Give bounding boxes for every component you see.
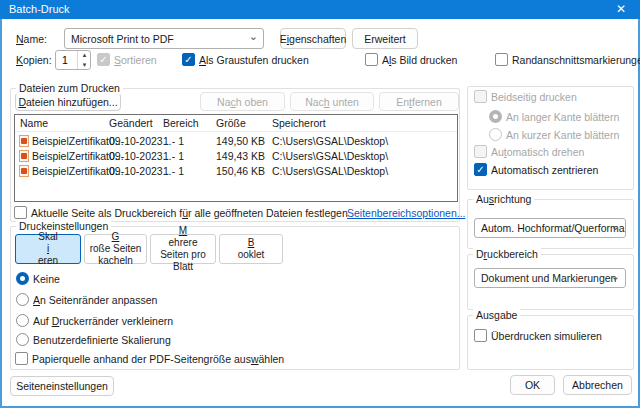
close-icon[interactable]: ✕ (616, 2, 626, 16)
flip-long-edge-radio (489, 110, 502, 123)
pdf-file-icon (19, 165, 29, 177)
check-icon: ✓ (98, 54, 109, 65)
grayscale-checkbox[interactable]: ✓ (182, 53, 195, 66)
orientation-select-value: Autom. Hochformat/Querforma (481, 222, 625, 234)
orientation-group-title: Ausrichtung (473, 193, 534, 205)
chevron-down-icon: ⌄ (611, 220, 620, 233)
file-row[interactable]: BeispielZertifikat0... 09-10-2023... 1 -… (15, 134, 457, 149)
orientation-select[interactable]: Autom. Hochformat/Querforma ⌄ (474, 218, 626, 238)
batch-print-dialog: Batch-Druck ✕ Name: Microsoft Print to P… (0, 0, 640, 408)
flip-short-edge-radio-label: An kurzer Kante blättern (506, 129, 619, 141)
tab-label: Große Seiten kacheln (85, 231, 146, 267)
paper-source-checkbox-label: Papierquelle anhand der PDF-Seitengröße … (32, 353, 284, 365)
scale-none-radio[interactable] (16, 272, 29, 285)
window-title: Batch-Druck (9, 3, 70, 15)
scale-shrink-radio[interactable] (16, 314, 29, 327)
copies-value[interactable]: 1 (62, 54, 68, 66)
scale-custom-radio[interactable] (16, 333, 29, 346)
column-header-range[interactable]: Bereich (163, 117, 199, 129)
collate-checkbox-label: Sortieren (114, 54, 157, 66)
file-size: 150,46 KB (216, 165, 265, 177)
as-image-checkbox-label: Als Bild drucken (382, 54, 457, 66)
as-image-checkbox[interactable]: ✓ (365, 53, 378, 66)
column-header-location[interactable]: Speicherort (272, 117, 326, 129)
print-range-select-value: Dokument und Markierungen (481, 272, 616, 284)
move-down-button: Nach unten (290, 92, 374, 111)
check-icon: ✓ (183, 54, 194, 65)
remove-button-label: Entfernen (396, 96, 442, 108)
tab-skalieren[interactable]: Skalieren (15, 234, 81, 264)
page-setup-button-label: Seiteneinstellungen (16, 380, 108, 392)
pdf-file-icon (19, 135, 29, 147)
column-header-size[interactable]: Größe (216, 117, 246, 129)
file-row[interactable]: BeispielZertifikat0... 09-10-2023... 1 -… (15, 149, 457, 164)
files-list-header: Name Geändert Bereich Größe Speicherort (15, 115, 457, 132)
file-location: C:\Users\GSAL\Desktop\ (272, 135, 388, 147)
file-location: C:\Users\GSAL\Desktop\ (272, 165, 388, 177)
pdf-file-icon (19, 150, 29, 162)
copies-stepper[interactable]: 1 ▲ ▼ (55, 50, 91, 70)
file-range: 1 - 1 (163, 165, 184, 177)
auto-rotate-checkbox-label: Automatisch drehen (491, 146, 584, 158)
move-down-button-label: Nach unten (305, 96, 359, 108)
page-setup-button[interactable]: Seiteneinstellungen (10, 376, 114, 396)
titlebar: Batch-Druck ✕ (0, 0, 640, 19)
simulate-overprint-checkbox-label: Überdrucken simulieren (491, 330, 602, 342)
add-files-button[interactable]: Dateien hinzufügen... (15, 92, 121, 111)
page-range-options-link[interactable]: Seitenbereichsoptionen... (347, 207, 466, 219)
stepper-down-icon[interactable]: ▼ (79, 62, 90, 68)
simulate-overprint-checkbox[interactable]: ✓ (474, 329, 487, 342)
cancel-button-label: Abbrechen (572, 379, 623, 391)
scale-custom-radio-label: Benutzerdefinierte Skalierung (33, 334, 171, 346)
printer-select[interactable]: Microsoft Print to PDF ⌄ (64, 28, 264, 49)
scale-none-radio-label: Keine (33, 273, 60, 285)
tab-label: Booklet (220, 237, 282, 261)
stepper-buttons[interactable]: ▲ ▼ (77, 51, 90, 69)
column-header-name[interactable]: Name (20, 117, 48, 129)
tab-label: Skalieren (16, 231, 80, 267)
file-row[interactable]: BeispielZertifikat0... 09-10-2023... 1 -… (15, 164, 457, 179)
stepper-up-icon[interactable]: ▲ (79, 52, 90, 58)
printer-select-value: Microsoft Print to PDF (71, 33, 174, 45)
duplex-checkbox: ✓ (474, 90, 487, 103)
printer-name-label: Name: (16, 33, 47, 45)
auto-rotate-checkbox: ✓ (474, 145, 487, 158)
advanced-button-label: Erweitert (364, 33, 405, 45)
print-range-group-title: Druckbereich (473, 248, 541, 260)
output-group-title: Ausgabe (473, 309, 520, 321)
check-icon: ✓ (475, 164, 486, 175)
flip-short-edge-radio (489, 128, 502, 141)
move-up-button-label: Nach oben (217, 96, 268, 108)
cancel-button[interactable]: Abbrechen (563, 375, 632, 395)
advanced-button[interactable]: Erweitert (352, 28, 418, 49)
column-header-modified[interactable]: Geändert (109, 117, 153, 129)
remove-button: Entfernen (379, 92, 459, 111)
flip-long-edge-radio-label: An langer Kante blättern (506, 111, 619, 123)
auto-center-checkbox[interactable]: ✓ (474, 163, 487, 176)
file-range: 1 - 1 (163, 150, 184, 162)
auto-center-checkbox-label: Automatisch zentrieren (491, 164, 598, 176)
properties-button-label: Eigenschaften (280, 33, 347, 45)
properties-button[interactable]: Eigenschaften (280, 28, 346, 49)
ok-button[interactable]: OK (510, 375, 555, 395)
duplex-checkbox-label: Beidseitig drucken (491, 91, 577, 103)
scale-fit-radio[interactable] (16, 293, 29, 306)
paper-source-checkbox[interactable]: ✓ (15, 352, 28, 365)
copies-label: Kopien: (16, 54, 52, 66)
grayscale-checkbox-label: Als Graustufen drucken (199, 54, 309, 66)
ok-button-label: OK (525, 379, 540, 391)
scale-fit-radio-label: An Seitenränder anpassen (33, 294, 157, 306)
output-group (467, 315, 634, 370)
move-up-button: Nach oben (200, 92, 285, 111)
tab-grosse-seiten-kacheln[interactable]: Große Seiten kacheln (84, 234, 147, 264)
chevron-down-icon: ⌄ (249, 30, 258, 43)
bleed-marks-checkbox[interactable]: ✓ (495, 53, 508, 66)
print-settings-group-title: Druckeinstellungen (16, 220, 111, 232)
tab-booklet[interactable]: Booklet (219, 234, 283, 264)
files-group-title: Dateien zum Drucken (16, 82, 123, 94)
print-range-select[interactable]: Dokument und Markierungen ⌄ (474, 268, 626, 288)
current-page-range-checkbox[interactable]: ✓ (14, 206, 27, 219)
file-size: 149,43 KB (216, 150, 265, 162)
tab-mehrere-seiten-pro-blatt[interactable]: Mehrere Seiten pro Blatt (150, 234, 216, 264)
files-list: Name Geändert Bereich Größe Speicherort … (14, 114, 458, 202)
